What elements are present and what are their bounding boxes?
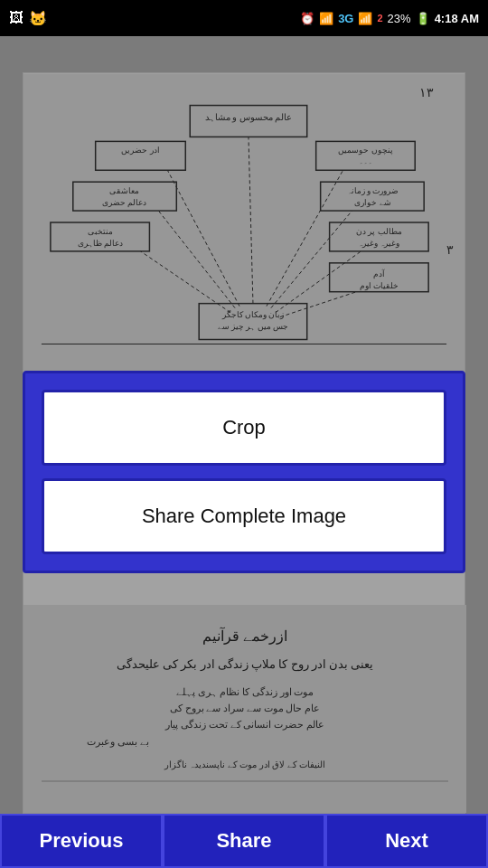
network-label: 3G: [338, 12, 353, 25]
notification-icon: 🐱: [29, 10, 47, 27]
battery-percent: 23%: [388, 12, 411, 25]
notification-badge: 2: [377, 13, 382, 24]
battery-icon: 🔋: [416, 12, 430, 25]
alarm-icon: ⏰: [300, 12, 314, 25]
time-display: 4:18 AM: [435, 12, 479, 25]
status-left-icons: 🖼 🐱: [9, 10, 47, 27]
next-button[interactable]: Next: [325, 814, 488, 868]
content-area: ۱۳ زبان ومکاں کاجگر جس میں ہر چیز سے عال…: [0, 36, 488, 832]
status-bar: 🖼 🐱 ⏰ 📶 3G 📶 2 23% 🔋 4:18 AM: [0, 0, 488, 36]
crop-button[interactable]: Crop: [42, 390, 446, 466]
previous-button[interactable]: Previous: [0, 814, 163, 868]
bottom-navigation: Previous Share Next: [0, 814, 488, 868]
dialog-box: Crop Share Complete Image: [23, 371, 465, 573]
status-right-info: ⏰ 📶 3G 📶 2 23% 🔋 4:18 AM: [300, 12, 479, 25]
share-complete-button[interactable]: Share Complete Image: [42, 478, 446, 554]
image-icon: 🖼: [9, 10, 23, 26]
share-button[interactable]: Share: [163, 814, 325, 868]
wifi-icon: 📶: [319, 12, 333, 25]
signal-bars: 📶: [358, 12, 372, 25]
